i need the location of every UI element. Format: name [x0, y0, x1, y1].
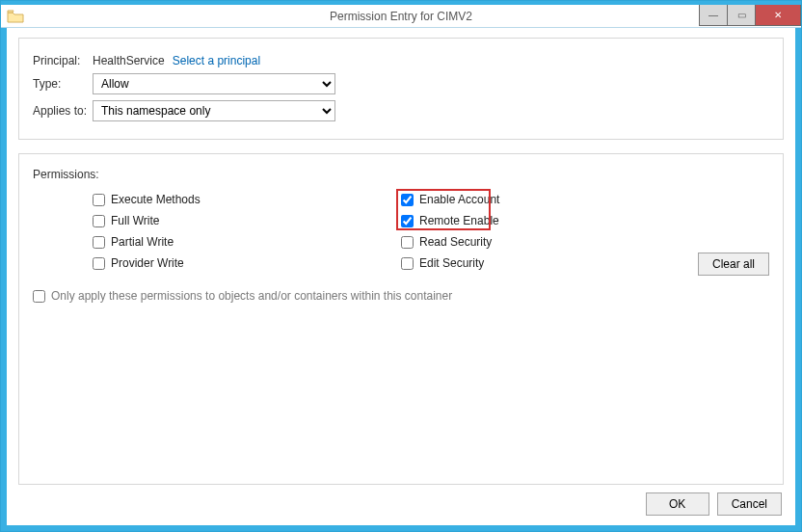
permission-left-3[interactable]: Provider Write [91, 254, 399, 272]
ok-button[interactable]: OK [646, 492, 709, 516]
permission-checkbox[interactable] [401, 215, 414, 227]
maximize-icon: ▭ [737, 10, 746, 20]
permission-checkbox[interactable] [401, 194, 414, 206]
minimize-icon: — [708, 10, 718, 20]
permission-checkbox[interactable] [93, 194, 105, 206]
type-label: Type: [33, 77, 93, 91]
permission-right-1[interactable]: Remote Enable [399, 212, 501, 229]
only-apply-row: Only apply these permissions to objects … [33, 289, 769, 303]
type-select[interactable]: AllowDeny [93, 73, 335, 94]
permission-checkbox[interactable] [93, 236, 105, 249]
minimize-button[interactable]: — [699, 5, 728, 26]
permissions-column-right: Enable AccountRemote EnableRead Security… [399, 191, 501, 272]
clear-all-container: Clear all [698, 253, 769, 276]
only-apply-checkbox[interactable] [33, 290, 45, 303]
permissions-heading: Permissions: [33, 168, 769, 181]
clear-all-button[interactable]: Clear all [698, 253, 769, 276]
applies-row: Applies to: This namespace onlyThis name… [33, 100, 769, 121]
permission-label: Edit Security [419, 256, 484, 270]
permissions-panel: Permissions: Execute MethodsFull WritePa… [18, 153, 784, 485]
type-row: Type: AllowDeny [33, 73, 769, 94]
permission-label: Execute Methods [111, 193, 200, 206]
select-principal-link[interactable]: Select a principal [173, 54, 260, 67]
permission-checkbox[interactable] [401, 236, 414, 249]
permission-label: Enable Account [419, 193, 499, 206]
permissions-grid: Execute MethodsFull WritePartial WritePr… [33, 191, 769, 272]
permission-label: Provider Write [111, 256, 184, 270]
principal-row: Principal: HealthService Select a princi… [33, 54, 769, 67]
permission-checkbox[interactable] [401, 257, 414, 270]
principal-label: Principal: [33, 54, 93, 67]
close-button[interactable]: ✕ [755, 5, 801, 26]
permission-right-3[interactable]: Edit Security [399, 254, 501, 272]
permission-label: Partial Write [111, 235, 174, 249]
folder-icon [7, 10, 24, 23]
client-area: Principal: HealthService Select a princi… [1, 28, 801, 531]
permission-left-2[interactable]: Partial Write [91, 233, 399, 251]
permission-left-0[interactable]: Execute Methods [91, 191, 399, 208]
cancel-button[interactable]: Cancel [717, 492, 782, 516]
permission-label: Remote Enable [419, 214, 499, 227]
permission-checkbox[interactable] [93, 257, 105, 270]
window-controls: — ▭ ✕ [700, 5, 801, 26]
principal-panel: Principal: HealthService Select a princi… [18, 38, 784, 140]
maximize-button[interactable]: ▭ [727, 5, 756, 26]
footer: OK Cancel [18, 485, 784, 516]
window-title: Permission Entry for CIMV2 [1, 10, 801, 23]
permission-checkbox[interactable] [93, 215, 105, 227]
only-apply-label: Only apply these permissions to objects … [51, 289, 452, 303]
applies-label: Applies to: [33, 104, 93, 118]
permission-label: Full Write [111, 214, 159, 227]
close-icon: ✕ [774, 10, 782, 20]
applies-select[interactable]: This namespace onlyThis namespace and su… [93, 100, 335, 121]
permission-right-2[interactable]: Read Security [399, 233, 501, 251]
permission-left-1[interactable]: Full Write [91, 212, 399, 229]
permission-label: Read Security [419, 235, 492, 249]
principal-value: HealthService [93, 54, 165, 67]
titlebar: Permission Entry for CIMV2 — ▭ ✕ [1, 1, 801, 28]
permissions-column-left: Execute MethodsFull WritePartial WritePr… [91, 191, 399, 272]
permission-entry-window: Permission Entry for CIMV2 — ▭ ✕ Princip… [0, 0, 802, 532]
permission-right-0[interactable]: Enable Account [399, 191, 501, 208]
